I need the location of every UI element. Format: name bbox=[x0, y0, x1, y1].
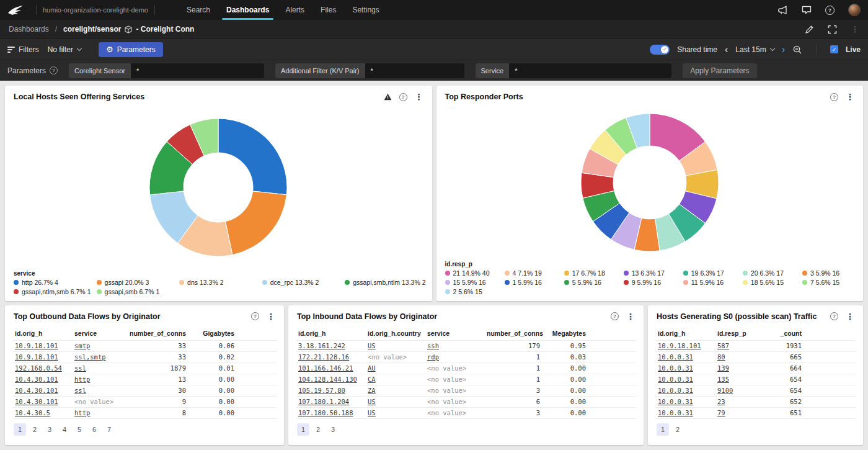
panel-help-icon[interactable] bbox=[399, 93, 407, 101]
page-button-1[interactable]: 1 bbox=[657, 423, 669, 436]
cell-link[interactable]: 10.9.18.101 bbox=[15, 353, 58, 361]
live-checkbox[interactable] bbox=[830, 45, 838, 53]
filters-button[interactable]: Filters bbox=[7, 45, 39, 54]
column-header-service[interactable]: service bbox=[72, 326, 126, 341]
warning-icon[interactable] bbox=[384, 93, 392, 101]
legend-item-19[interactable]: 19 6.3% 17 bbox=[683, 269, 738, 277]
nav-item-search[interactable]: Search bbox=[179, 0, 218, 20]
column-header-id.orig_h.country[interactable]: id.orig_h.country bbox=[365, 326, 425, 341]
cell-link[interactable]: 104.128.144.130 bbox=[298, 376, 357, 383]
legend-item-21[interactable]: 21 14.9% 40 bbox=[445, 269, 500, 277]
cell-link[interactable]: 172.21.128.16 bbox=[298, 353, 349, 361]
legend-item-7[interactable]: 7 5.6% 15 bbox=[802, 279, 857, 286]
cell-link[interactable]: 10.9.18.101 bbox=[658, 342, 701, 349]
user-avatar[interactable] bbox=[848, 4, 861, 16]
zoom-out-time-icon[interactable] bbox=[792, 45, 802, 55]
cell-link[interactable]: 10.9.18.101 bbox=[15, 342, 58, 349]
cell-link[interactable]: http bbox=[74, 409, 90, 416]
dashboard-menu-kebab-icon[interactable] bbox=[851, 24, 859, 35]
column-header-id.orig_h[interactable]: id.orig_h bbox=[296, 326, 365, 341]
panel-menu-kebab-icon[interactable] bbox=[415, 91, 423, 102]
param-input-service[interactable] bbox=[509, 63, 671, 78]
panel-menu-kebab-icon[interactable] bbox=[267, 311, 275, 322]
cell-link[interactable]: US bbox=[368, 409, 376, 416]
column-header-_count[interactable]: _count bbox=[757, 326, 804, 341]
cell-link[interactable]: 135 bbox=[717, 376, 729, 383]
cell-link[interactable]: ZA bbox=[368, 387, 376, 394]
cell-link[interactable]: US bbox=[368, 398, 376, 405]
panel-help-icon[interactable] bbox=[830, 312, 838, 320]
column-header-id.orig_h[interactable]: id.orig_h bbox=[655, 326, 715, 341]
cell-link[interactable]: smtp bbox=[74, 342, 90, 349]
column-header-service[interactable]: service bbox=[425, 326, 484, 341]
panel-menu-kebab-icon[interactable] bbox=[626, 311, 635, 322]
edit-dashboard-icon[interactable] bbox=[805, 25, 814, 34]
column-header-number_of_conns[interactable]: number_of_conns bbox=[484, 326, 542, 341]
cell-link[interactable]: 10.4.30.101 bbox=[15, 387, 58, 394]
panel-help-icon[interactable] bbox=[830, 93, 838, 101]
legend-item-gssapi,smb[interactable]: gssapi,smb 6.7% 1 bbox=[97, 288, 175, 295]
cell-link[interactable]: 9100 bbox=[717, 387, 733, 394]
param-input-corelight-sensor[interactable] bbox=[131, 63, 264, 78]
nav-item-settings[interactable]: Settings bbox=[344, 0, 387, 20]
cell-link[interactable]: 107.180.1.204 bbox=[298, 398, 349, 405]
time-forward-chevron-icon[interactable] bbox=[782, 44, 785, 55]
time-range-dropdown[interactable]: Last 15m bbox=[735, 45, 774, 54]
cell-link[interactable]: ssl bbox=[74, 387, 86, 394]
nav-item-files[interactable]: Files bbox=[312, 0, 344, 20]
legend-item-9[interactable]: 9 5.9% 16 bbox=[624, 279, 678, 286]
nav-item-dashboards[interactable]: Dashboards bbox=[218, 0, 277, 20]
cell-link[interactable]: 23 bbox=[717, 398, 725, 405]
parameters-help-icon[interactable] bbox=[50, 66, 58, 74]
column-header-Megabytes[interactable]: Megabytes bbox=[542, 326, 588, 341]
legend-item-http[interactable]: http 26.7% 4 bbox=[14, 279, 92, 286]
page-button-3[interactable]: 3 bbox=[43, 423, 56, 436]
nav-item-alerts[interactable]: Alerts bbox=[277, 0, 312, 20]
cell-link[interactable]: ssl bbox=[74, 364, 86, 372]
filter-dropdown[interactable]: No filter bbox=[48, 45, 81, 54]
legend-item-gssapi,ntlm,smb[interactable]: gssapi,ntlm,smb 6.7% 1 bbox=[14, 288, 92, 295]
cell-link[interactable]: rdp bbox=[427, 353, 439, 361]
legend-item-4[interactable]: 4 7.1% 19 bbox=[505, 269, 559, 277]
cell-link[interactable]: 80 bbox=[717, 353, 725, 361]
cell-link[interactable]: ssh bbox=[427, 342, 439, 349]
legend-item-dns[interactable]: dns 13.3% 2 bbox=[179, 279, 257, 286]
page-button-4[interactable]: 4 bbox=[58, 423, 71, 436]
cell-link[interactable]: 10.0.0.31 bbox=[658, 387, 693, 394]
cell-link[interactable]: 192.168.0.54 bbox=[15, 364, 62, 372]
donut-slice-gssapi[interactable] bbox=[226, 191, 287, 255]
cell-link[interactable]: 10.0.0.31 bbox=[658, 376, 693, 383]
legend-item-dce_rpc[interactable]: dce_rpc 13.3% 2 bbox=[262, 279, 340, 286]
cell-link[interactable]: 105.19.57.80 bbox=[298, 387, 345, 394]
cell-link[interactable]: 587 bbox=[717, 342, 729, 349]
legend-item-1[interactable]: 1 5.9% 16 bbox=[505, 279, 559, 286]
legend-item-gssapi[interactable]: gssapi 20.0% 3 bbox=[97, 279, 175, 286]
fullscreen-icon[interactable] bbox=[828, 25, 837, 34]
page-button-2[interactable]: 2 bbox=[29, 423, 41, 436]
page-button-3[interactable]: 3 bbox=[327, 423, 339, 436]
feedback-comment-icon[interactable] bbox=[802, 6, 812, 14]
cell-link[interactable]: 10.0.0.31 bbox=[658, 364, 693, 372]
cell-link[interactable]: 10.0.0.31 bbox=[658, 409, 693, 416]
cell-link[interactable]: AU bbox=[368, 364, 376, 372]
legend-item-20[interactable]: 20 6.3% 17 bbox=[743, 269, 797, 277]
column-header-id.orig_h[interactable]: id.orig_h bbox=[12, 326, 72, 341]
cell-link[interactable]: US bbox=[368, 342, 376, 349]
panel-help-icon[interactable] bbox=[251, 312, 259, 320]
legend-item-15[interactable]: 15 5.9% 16 bbox=[445, 279, 500, 286]
cell-link[interactable]: 10.4.30.101 bbox=[15, 398, 58, 405]
cell-link[interactable]: 139 bbox=[717, 364, 729, 372]
shared-time-toggle[interactable] bbox=[650, 45, 670, 55]
column-header-Gigabytes[interactable]: Gigabytes bbox=[188, 326, 237, 341]
time-back-chevron-icon[interactable] bbox=[725, 44, 728, 55]
breadcrumb-dashboards-link[interactable]: Dashboards bbox=[9, 25, 49, 34]
parameters-toggle-button[interactable]: Parameters bbox=[99, 42, 163, 57]
page-button-1[interactable]: 1 bbox=[14, 423, 26, 436]
page-button-6[interactable]: 6 bbox=[88, 423, 100, 436]
page-button-2[interactable]: 2 bbox=[671, 423, 684, 436]
cell-link[interactable]: 10.4.30.5 bbox=[15, 409, 50, 416]
page-button-1[interactable]: 1 bbox=[297, 423, 309, 436]
cell-link[interactable]: 101.166.146.21 bbox=[298, 364, 353, 372]
legend-item-18[interactable]: 18 5.6% 15 bbox=[743, 279, 797, 286]
legend-item-3[interactable]: 3 5.9% 16 bbox=[802, 269, 857, 277]
